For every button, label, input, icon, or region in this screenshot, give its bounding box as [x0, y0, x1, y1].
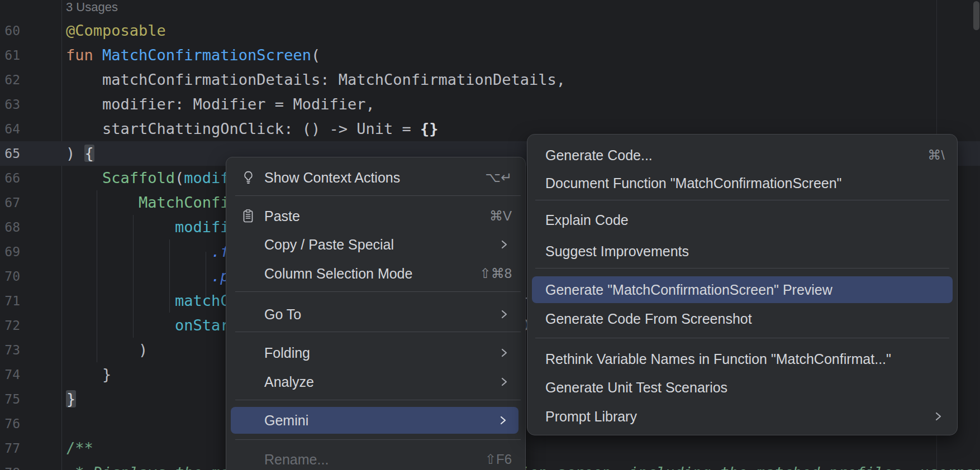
code-text: @Composable [66, 18, 166, 43]
menu-separator [235, 291, 521, 292]
menu-item-folding[interactable]: Folding [226, 339, 525, 366]
menu-item-shortcut: ⌥↵ [485, 170, 512, 185]
menu-item-analyze[interactable]: Analyze [226, 368, 525, 395]
code-token: matchConfirmationDetails: MatchConfirmat… [66, 71, 565, 88]
code-token [66, 267, 211, 285]
gemini-submenu: Generate Code...⌘\Document Function "Mat… [527, 134, 958, 435]
menu-item-shortcut: ⌘V [489, 208, 512, 224]
menu-separator [535, 338, 949, 338]
line-number: 72 [0, 313, 20, 338]
code-token: /** [66, 439, 93, 457]
menu-item-prompt-library[interactable]: Prompt Library [527, 403, 957, 430]
code-line[interactable]: 3 Usages [0, 0, 980, 18]
menu-item-label: Show Context Actions [264, 170, 400, 186]
menu-item-label: Go To [264, 306, 301, 323]
menu-item-label: Column Selection Mode [264, 266, 412, 282]
menu-item-label: Gemini [264, 413, 308, 429]
menu-separator [235, 332, 521, 332]
line-number: 66 [0, 166, 20, 190]
clipboard-icon [242, 209, 254, 223]
code-line[interactable]: 61fun MatchConfirmationScreen( [0, 43, 980, 68]
line-number: 61 [0, 43, 20, 68]
line-number: 78 [0, 461, 20, 470]
menu-item-paste[interactable]: Paste⌘V [226, 203, 525, 229]
code-text: startChattingOnClick: () -> Unit = {} [66, 117, 438, 141]
code-token: startChattingOnClick: () -> Unit = [66, 120, 420, 137]
code-token: fun [66, 46, 102, 64]
line-number: 62 [0, 68, 20, 92]
code-token: } [66, 390, 76, 407]
line-number: 69 [0, 239, 20, 264]
ide-screen: 3 Usages60@Composable61fun MatchConfirma… [0, 0, 980, 470]
menu-item-document-function-matchconfirmationscreen[interactable]: Document Function "MatchConfirmationScre… [527, 170, 957, 196]
code-token: ( [311, 46, 320, 64]
menu-separator [235, 400, 521, 400]
menu-item-label: Document Function "MatchConfirmationScre… [545, 175, 841, 191]
line-number: 77 [0, 436, 20, 461]
menu-item-label: Suggest Improvements [545, 243, 689, 260]
menu-item-go-to[interactable]: Go To [226, 301, 525, 328]
code-token: { [84, 145, 94, 162]
line-number: 67 [0, 190, 20, 215]
line-number: 65 [0, 141, 20, 166]
menu-item-generate-code-from-screenshot[interactable]: Generate Code From Screenshot [527, 305, 957, 332]
menu-item-shortcut: ⇧⌘8 [480, 266, 512, 281]
code-token [66, 194, 139, 211]
scrollbar-thumb[interactable] [973, 1, 979, 30]
menu-item-label: Paste [264, 208, 300, 224]
code-line[interactable]: 60@Composable [0, 18, 980, 43]
usages-inlay-hint: 3 Usages [66, 0, 118, 14]
menu-item-copy-paste-special[interactable]: Copy / Paste Special [226, 231, 525, 258]
menu-item-column-selection-mode[interactable]: Column Selection Mode⇧⌘8 [226, 260, 525, 287]
menu-item-label: Analyze [264, 374, 314, 390]
menu-item-show-context-actions[interactable]: Show Context Actions⌥↵ [226, 164, 525, 191]
menu-item-rethink-variable-names-in-function-matchconfirmat[interactable]: Rethink Variable Names in Function "Matc… [527, 346, 957, 372]
menu-item-generate-unit-test-scenarios[interactable]: Generate Unit Test Scenarios [527, 374, 957, 401]
menu-item-shortcut: ⇧F6 [485, 452, 512, 467]
line-number: 71 [0, 289, 20, 313]
menu-item-label: Rename... [264, 452, 329, 468]
menu-item-generate-matchconfirmationscreen-preview[interactable]: Generate "MatchConfirmationScreen" Previ… [532, 276, 953, 303]
code-token: } [66, 366, 111, 383]
menu-separator [235, 439, 521, 440]
code-text: /** [66, 436, 93, 461]
code-text: } [66, 387, 76, 411]
menu-item-label: Generate Unit Test Scenarios [545, 380, 727, 396]
menu-separator [535, 268, 949, 268]
menu-item-label: Generate Code From Screenshot [545, 311, 752, 327]
line-number: 75 [0, 387, 20, 411]
code-text: modifier: Modifier = Modifier, [66, 92, 375, 117]
lightbulb-icon [242, 171, 254, 185]
menu-item-label: Generate "MatchConfirmationScreen" Previ… [545, 282, 832, 298]
chevron-right-icon [935, 411, 941, 421]
line-number: 60 [0, 18, 20, 43]
code-text: matchConfirmationDetails: MatchConfirmat… [66, 68, 565, 92]
code-token [66, 292, 175, 309]
line-number: 63 [0, 92, 20, 117]
chevron-right-icon [500, 415, 506, 425]
line-number: 70 [0, 264, 20, 289]
code-text: 3 Usages [66, 0, 118, 20]
menu-item-suggest-improvements[interactable]: Suggest Improvements [527, 238, 957, 265]
menu-item-rename[interactable]: Rename...⇧F6 [226, 446, 525, 470]
code-token [66, 316, 175, 334]
line-number: 73 [0, 338, 20, 362]
code-token: @Composable [66, 22, 166, 39]
chevron-right-icon [501, 377, 507, 387]
menu-item-label: Prompt Library [545, 409, 637, 425]
menu-item-gemini[interactable]: Gemini [231, 407, 518, 434]
chevron-right-icon [501, 239, 507, 250]
menu-item-explain-code[interactable]: Explain Code [527, 207, 957, 233]
code-line[interactable]: 63 modifier: Modifier = Modifier, [0, 92, 980, 117]
menu-separator [535, 200, 949, 200]
editor-context-menu: Show Context Actions⌥↵Paste⌘VCopy / Past… [226, 157, 526, 470]
code-token: modifier: Modifier = Modifier, [66, 95, 375, 113]
code-line[interactable]: 62 matchConfirmationDetails: MatchConfir… [0, 68, 980, 92]
chevron-right-icon [501, 348, 507, 358]
code-token [66, 218, 175, 236]
menu-item-label: Rethink Variable Names in Function "Matc… [545, 351, 891, 367]
menu-item-generate-code[interactable]: Generate Code...⌘\ [527, 142, 957, 169]
code-token: MatchConfirmationScreen [102, 46, 311, 64]
code-token: {} [420, 120, 439, 137]
code-token [66, 169, 102, 186]
